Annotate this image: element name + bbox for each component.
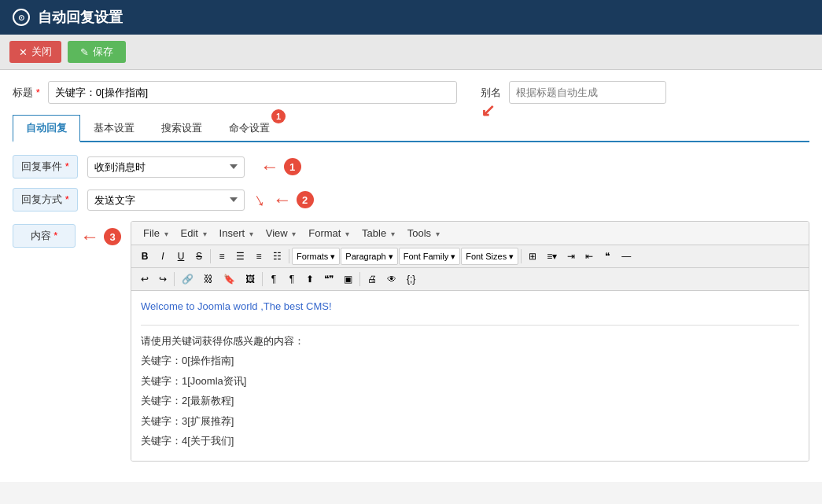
alias-input[interactable]	[509, 81, 666, 104]
title-row: 标题 * 别名	[13, 81, 809, 104]
paragraph-dropdown[interactable]: Paragraph ▾	[341, 248, 397, 265]
content-line-1: 关键字：0[操作指南]	[141, 351, 799, 370]
method-select[interactable]: 发送文字	[87, 189, 245, 211]
title-input[interactable]	[48, 81, 457, 104]
event-label-box: 回复事件 *	[13, 155, 78, 178]
editor-toolbar-2: ↩ ↪ 🔗 ⛓ 🔖 🖼 ¶ ¶ ⬆ ❝❞ ▣ 🖨 👁 {;}	[131, 268, 809, 291]
app-icon: ⊙	[13, 9, 30, 26]
arrow-3-icon: ←	[80, 226, 99, 248]
separator	[210, 249, 211, 263]
badge-2: 2	[297, 191, 314, 208]
main-content: 标题 * 别名 自动回复 基本设置 搜索设置 命令设置 1 ↙	[0, 70, 822, 482]
editor-menubar: File ▾ Edit ▾ Insert ▾ View ▾ Format ▾ T…	[131, 222, 809, 245]
media-button[interactable]: ▣	[339, 270, 357, 288]
menu-edit[interactable]: Edit ▾	[175, 225, 212, 241]
tab-command[interactable]: 命令设置 1	[216, 115, 283, 141]
align-center-button[interactable]: ☰	[231, 248, 249, 265]
alias-label: 别名	[481, 86, 501, 100]
chevron-down-icon: ▾	[330, 252, 335, 262]
content-line-2: 关键字：1[Joomla资讯]	[141, 372, 799, 390]
tab-basic[interactable]: 基本设置	[80, 115, 148, 141]
fontsize-dropdown[interactable]: Font Sizes ▾	[461, 248, 518, 265]
chevron-down-icon-4: ▾	[509, 252, 514, 262]
align-left-button[interactable]: ≡	[213, 248, 230, 265]
tab-search[interactable]: 搜索设置	[148, 115, 216, 141]
content-line-4: 关键字：3[扩展推荐]	[141, 412, 799, 430]
editor-toolbar-1: B I U S ≡ ☰ ≡ ☷ Formats ▾ Paragraph	[131, 245, 809, 268]
editor-body: 请使用关键词获得你感兴趣的内容： 关键字：0[操作指南] 关键字：1[Jooml…	[141, 332, 799, 450]
menu-view[interactable]: View ▾	[260, 225, 302, 241]
header-bar: ⊙ 自动回复设置	[0, 0, 822, 35]
editor-wrapper: File ▾ Edit ▾ Insert ▾ View ▾ Format ▾ T…	[131, 221, 809, 462]
content-row: 内容 * ← 3 File ▾ Edit ▾ Insert ▾ View ▾ F…	[13, 221, 809, 462]
pilcrow-button[interactable]: ¶	[265, 270, 282, 288]
fontfamily-dropdown[interactable]: Font Family ▾	[399, 248, 460, 265]
event-row: 回复事件 * 收到消息时 ← 1	[13, 155, 809, 178]
hr-button[interactable]: —	[617, 248, 636, 265]
save-button[interactable]: ✎ 保存	[68, 41, 126, 63]
method-row: 回复方式 * 发送文字 ↓ ← 2	[13, 188, 809, 212]
quote-button[interactable]: ❝❞	[319, 270, 338, 288]
tab-badge: 1	[271, 109, 286, 123]
separator-4	[174, 272, 175, 286]
link-button[interactable]: 🔗	[177, 270, 198, 288]
underline-button[interactable]: U	[172, 248, 190, 265]
formats-dropdown[interactable]: Formats ▾	[292, 248, 340, 265]
editor-first-line: Welcome to Joomla world ,The best CMS!	[141, 300, 799, 312]
menu-format[interactable]: Format ▾	[303, 225, 355, 241]
menu-insert[interactable]: Insert ▾	[214, 225, 259, 241]
page-title: 自动回复设置	[38, 8, 123, 27]
content-label-box: 内容 *	[13, 224, 76, 248]
badge-3: 3	[104, 228, 121, 245]
pilcrow2-button[interactable]: ¶	[283, 270, 300, 288]
justify-button[interactable]: ☷	[268, 248, 286, 265]
chevron-down-icon-3: ▾	[451, 252, 455, 262]
separator-6	[359, 272, 360, 286]
upload-button[interactable]: ⬆	[301, 270, 319, 288]
separator-3	[521, 249, 522, 263]
editor-content[interactable]: Welcome to Joomla world ,The best CMS! 请…	[131, 291, 809, 461]
table-button[interactable]: ⊞	[524, 248, 541, 265]
tab-autoreply[interactable]: 自动回复	[13, 115, 80, 142]
tabs-bar: 自动回复 基本设置 搜索设置 命令设置 1 ↙	[13, 115, 809, 142]
close-icon: ✕	[19, 46, 28, 58]
menu-table[interactable]: Table ▾	[356, 225, 400, 241]
content-line-5: 关键字：4[关于我们]	[141, 432, 799, 450]
separator-2	[289, 249, 289, 263]
save-icon: ✎	[80, 46, 89, 58]
arrow-down-icon: ↓	[249, 188, 267, 212]
blockquote-button[interactable]: ❝	[599, 248, 616, 265]
arrow-1-icon: ←	[260, 156, 279, 178]
strikethrough-button[interactable]: S	[190, 248, 208, 265]
badge-1: 1	[284, 158, 301, 175]
event-select[interactable]: 收到消息时	[87, 156, 245, 178]
toolbar: ✕ ✕ 关闭 关闭 ✎ 保存	[0, 35, 822, 70]
undo-button[interactable]: ↩	[136, 270, 153, 288]
separator-5	[262, 272, 263, 286]
arrow-2-icon: ←	[273, 189, 292, 211]
unlink-button[interactable]: ⛓	[199, 270, 218, 288]
outdent-button[interactable]: ⇤	[581, 248, 598, 265]
menu-tools[interactable]: Tools ▾	[402, 225, 445, 241]
close-button[interactable]: ✕ ✕ 关闭 关闭	[9, 41, 61, 63]
italic-button[interactable]: I	[154, 248, 171, 265]
content-line-3: 关键字：2[最新教程]	[141, 392, 799, 410]
bold-button[interactable]: B	[136, 248, 153, 265]
title-label: 标题 *	[13, 86, 40, 100]
list-button[interactable]: ≡▾	[542, 248, 562, 265]
method-label-box: 回复方式 *	[13, 188, 78, 212]
code-button[interactable]: {;}	[402, 270, 420, 288]
menu-file[interactable]: File ▾	[138, 225, 174, 241]
editor-divider	[141, 325, 799, 326]
indent-button[interactable]: ⇥	[562, 248, 580, 265]
align-right-button[interactable]: ≡	[250, 248, 267, 265]
preview-button[interactable]: 👁	[382, 270, 401, 288]
image-button[interactable]: 🖼	[241, 270, 260, 288]
print-button[interactable]: 🖨	[363, 270, 382, 288]
bookmark-button[interactable]: 🔖	[219, 270, 240, 288]
content-line-0: 请使用关键词获得你感兴趣的内容：	[141, 332, 799, 350]
chevron-down-icon-2: ▾	[389, 252, 393, 262]
redo-button[interactable]: ↪	[154, 270, 171, 288]
